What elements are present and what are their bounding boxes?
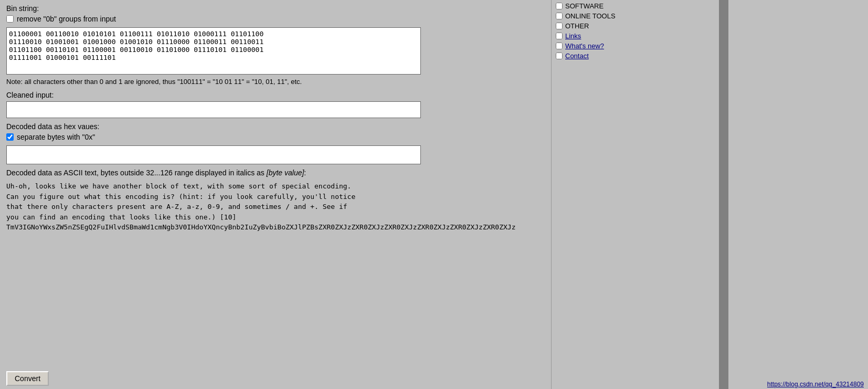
- ascii-line1: Uh-oh, looks like we have another block …: [6, 181, 545, 192]
- separate-checkbox[interactable]: [6, 133, 14, 141]
- status-url: https://blog.csdn.net/qq_43214809: [767, 381, 864, 388]
- cleaned-input-label: Cleaned input:: [6, 91, 545, 99]
- sidebar-label-software: SOFTWARE: [565, 2, 604, 10]
- online-tools-checkbox[interactable]: [556, 13, 563, 19]
- status-bar: https://blog.csdn.net/qq_43214809: [763, 380, 868, 389]
- contact-checkbox[interactable]: [556, 52, 563, 59]
- cleaned-input-field[interactable]: 0101010101101000001011010110111011010000…: [6, 101, 421, 118]
- sidebar-item-contact[interactable]: Contact: [556, 52, 715, 60]
- sidebar-link-contact[interactable]: Contact: [565, 52, 589, 60]
- decoded-ascii-label: Decoded data as ASCII text, bytes outsid…: [6, 169, 545, 177]
- whats-new-checkbox[interactable]: [556, 43, 563, 49]
- scrollbar-area[interactable]: [719, 0, 728, 389]
- remove-checkbox-row: remove "0b" groups from input: [6, 15, 545, 23]
- sidebar-item-online-tools: ONLINE TOOLS: [556, 12, 715, 20]
- software-checkbox[interactable]: [556, 3, 563, 9]
- decoded-ascii-italic: [byte value]: [267, 169, 304, 177]
- sidebar-item-other: OTHER: [556, 22, 715, 30]
- sidebar-label-online-tools: ONLINE TOOLS: [565, 12, 616, 20]
- sidebar-item-software: SOFTWARE: [556, 2, 715, 10]
- convert-button[interactable]: Convert: [6, 371, 49, 386]
- note-text: Note: all characters other than 0 and 1 …: [6, 78, 545, 86]
- sidebar-link-whats-new[interactable]: What's new?: [565, 42, 604, 50]
- remove-checkbox[interactable]: [6, 15, 14, 23]
- separate-checkbox-label: separate bytes with "0x": [17, 133, 95, 141]
- sidebar-item-whats-new[interactable]: What's new?: [556, 42, 715, 50]
- main-content: Bin string: remove "0b" groups from inpu…: [0, 0, 551, 389]
- other-checkbox[interactable]: [556, 23, 563, 29]
- ascii-line2: Can you figure out what this encoding is…: [6, 192, 545, 202]
- bin-string-input[interactable]: 01100001 00110010 01010101 01100111 0101…: [6, 27, 421, 75]
- sidebar: SOFTWARE ONLINE TOOLS OTHER Links What's…: [551, 0, 719, 389]
- ascii-line5: TmV3IGNoYWxsZW5nZSEgQ2FuIHlvdSBmaWd1cmNg…: [6, 222, 545, 233]
- sidebar-link-links[interactable]: Links: [565, 32, 581, 40]
- remove-checkbox-label: remove "0b" groups from input: [17, 15, 116, 23]
- ascii-line3: that there only characters present are A…: [6, 202, 545, 212]
- decoded-hex-label: Decoded data as hex vaues:: [6, 122, 545, 131]
- bin-string-label: Bin string:: [6, 4, 545, 13]
- bottom-bar: Convert: [0, 363, 551, 389]
- sidebar-label-other: OTHER: [565, 22, 589, 30]
- sidebar-item-links[interactable]: Links: [556, 32, 715, 40]
- links-checkbox[interactable]: [556, 33, 563, 39]
- ascii-line4: you can find an encoding that looks like…: [6, 212, 545, 223]
- ascii-output: Uh-oh, looks like we have another block …: [6, 181, 545, 233]
- hex-output-field[interactable]: 0x55, 0x68, 0x2D, 0x6F, 0x68, 0x2C, 0x20…: [6, 145, 421, 164]
- separate-checkbox-row: separate bytes with "0x": [6, 133, 545, 141]
